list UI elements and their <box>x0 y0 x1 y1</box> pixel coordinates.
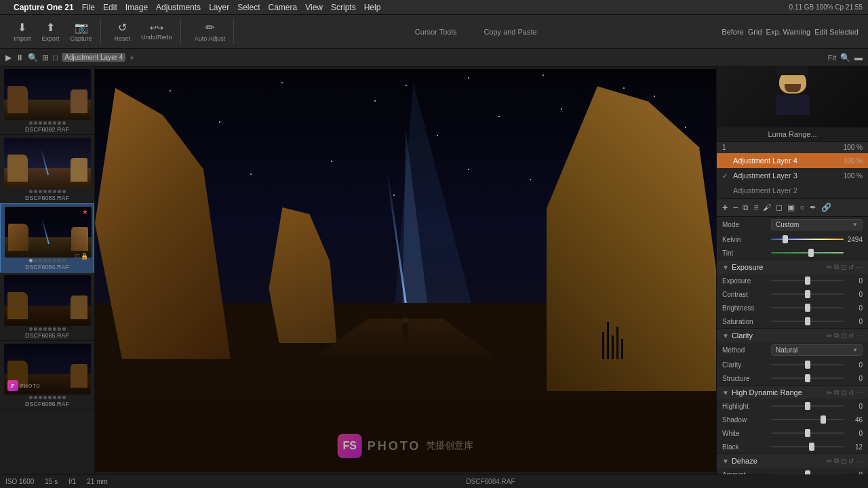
luma-range-bar[interactable]: Luma Range... <box>717 127 868 142</box>
copy-icon[interactable]: ⧉ <box>834 388 839 396</box>
white-slider[interactable] <box>771 428 844 438</box>
hdr-header[interactable]: ▼ High Dynamic Range ✏ ⧉ ⊡ ↺ ⋯ <box>717 386 868 399</box>
more-icon[interactable]: ⋯ <box>856 332 863 340</box>
exposure-header[interactable]: ▼ Exposure ✏ ⧉ ⊡ ↺ ⋯ <box>717 260 868 274</box>
shadow-thumb[interactable] <box>821 415 826 424</box>
menu-adjustments[interactable]: Adjustments <box>156 3 201 12</box>
grid-view-icon[interactable]: ⊞ <box>42 53 49 62</box>
tint-slider[interactable] <box>771 248 844 258</box>
highlight-thumb[interactable] <box>805 402 810 410</box>
paste-icon[interactable]: ⊡ <box>841 389 846 396</box>
contrast-slider[interactable] <box>771 289 844 299</box>
saturation-slider[interactable] <box>771 317 844 326</box>
paste-icon[interactable]: ⊡ <box>841 264 846 271</box>
clarity-slider[interactable] <box>771 360 844 369</box>
before-label[interactable]: Before <box>722 28 743 36</box>
reset-adj-icon[interactable]: ↺ <box>848 332 854 340</box>
thumbnail-item[interactable]: F PHOTO DSCF6086.RAF <box>0 341 94 409</box>
dehaze-header[interactable]: ▼ Dehaze ✏ ⧉ ⊡ ↺ ⋯ <box>717 454 868 468</box>
pen-edit-icon[interactable]: ✏ <box>827 389 832 396</box>
more-icon[interactable]: ⋯ <box>856 389 863 396</box>
black-thumb[interactable] <box>809 443 814 451</box>
white-thumb[interactable] <box>805 429 810 437</box>
menu-scripts[interactable]: Scripts <box>331 3 356 12</box>
method-dropdown[interactable]: Natural ▼ <box>771 344 863 356</box>
tint-thumb[interactable] <box>808 249 814 257</box>
add-icon[interactable]: + <box>130 54 134 62</box>
menu-help[interactable]: Help <box>364 3 381 12</box>
kelvin-thumb[interactable] <box>783 235 788 243</box>
add-layer-button[interactable]: + <box>721 201 729 214</box>
thumbnail-item[interactable]: DSCF6083.RAF <box>0 135 94 203</box>
erase-icon[interactable]: ◻ <box>774 201 784 214</box>
clarity-thumb[interactable] <box>805 361 810 369</box>
layer-settings-icon[interactable]: ≡ <box>752 201 760 214</box>
black-slider[interactable] <box>771 442 844 451</box>
contrast-thumb[interactable] <box>805 290 810 298</box>
link-icon[interactable]: 🔗 <box>820 201 833 214</box>
paste-icon[interactable]: ⊡ <box>841 332 846 340</box>
clarity-header[interactable]: ▼ Clarity ✏ ⧉ ⊡ ↺ ⋯ <box>717 329 868 342</box>
grid-label[interactable]: Grid <box>748 28 762 36</box>
play-icon[interactable]: ▶ <box>5 53 12 62</box>
copy-icon[interactable]: ⧉ <box>834 457 839 465</box>
undoredo-button[interactable]: ↩↪ Undo/Redo <box>137 21 176 43</box>
gradient-icon[interactable]: ▣ <box>786 201 796 214</box>
pen-edit-icon[interactable]: ✏ <box>827 264 832 271</box>
fit-label[interactable]: Fit <box>828 54 836 62</box>
thumbnail-item[interactable]: DSCF6082.RAF <box>0 66 94 135</box>
single-view-icon[interactable]: □ <box>53 53 58 62</box>
layer-copy-icon[interactable]: ⧉ <box>741 201 750 214</box>
reset-adj-icon[interactable]: ↺ <box>848 264 854 271</box>
paste-icon[interactable]: ⊡ <box>841 458 846 465</box>
more-icon[interactable]: ⋯ <box>856 458 863 465</box>
menu-edit[interactable]: Edit <box>103 3 117 12</box>
saturation-thumb[interactable] <box>805 317 810 325</box>
copy-icon[interactable]: ⧉ <box>834 263 839 271</box>
menu-image[interactable]: Image <box>125 3 148 12</box>
auto-adjust-button[interactable]: ✏ Auto Adjust <box>191 19 230 44</box>
export-button[interactable]: ⬆ Export <box>38 19 64 44</box>
histogram-icon[interactable]: ▬ <box>854 53 863 62</box>
mask-icon[interactable]: ○ <box>798 201 806 214</box>
pen-edit-icon[interactable]: ✏ <box>827 332 832 340</box>
menu-camera[interactable]: Camera <box>269 3 298 12</box>
mode-dropdown[interactable]: Custom ▼ <box>771 219 863 230</box>
exposure-thumb[interactable] <box>805 277 810 285</box>
brightness-slider[interactable] <box>771 303 844 312</box>
copy-icon[interactable]: ⧉ <box>834 331 839 340</box>
canvas-area[interactable]: FS PHOTO 梵摄创意库 <box>95 66 716 474</box>
menu-file[interactable]: File <box>82 3 95 12</box>
exposure-slider[interactable] <box>771 276 844 285</box>
kelvin-slider[interactable] <box>771 235 844 244</box>
pause-icon[interactable]: ⏸ <box>16 53 24 62</box>
thumbnail-item[interactable]: DSCF6085.RAF <box>0 272 94 341</box>
reset-adj-icon[interactable]: ↺ <box>848 389 854 396</box>
menu-select[interactable]: Select <box>237 3 260 12</box>
edit-selected-label[interactable]: Edit Selected <box>814 28 859 36</box>
capture-button[interactable]: 📷 Capture <box>66 19 96 44</box>
brush-icon[interactable]: 🖌 <box>762 201 772 214</box>
search-icon[interactable]: 🔍 <box>28 53 38 62</box>
thumbnail-item-selected[interactable]: ★ □ 🔒 DSCF6084.RAF <box>0 203 94 272</box>
layer-row[interactable]: ✓ Adjustment Layer 3 100 % <box>717 168 868 183</box>
shadow-slider[interactable] <box>771 415 844 424</box>
reset-button[interactable]: ↺ Reset <box>111 19 135 44</box>
layer-row-active[interactable]: Adjustment Layer 4 100 % <box>717 153 868 168</box>
brightness-thumb[interactable] <box>805 304 810 312</box>
remove-layer-button[interactable]: − <box>731 201 739 214</box>
structure-thumb[interactable] <box>805 374 810 382</box>
pen-icon[interactable]: ✒ <box>808 201 818 214</box>
import-button[interactable]: ⬇ Import <box>9 19 35 44</box>
loupe-icon[interactable]: 🔍 <box>840 53 850 62</box>
structure-slider[interactable] <box>771 373 844 383</box>
highlight-slider[interactable] <box>771 401 844 411</box>
more-icon[interactable]: ⋯ <box>856 264 863 271</box>
amount-slider[interactable] <box>771 470 844 474</box>
reset-adj-icon[interactable]: ↺ <box>848 458 854 465</box>
layer-row[interactable]: ✓ Adjustment Layer 2 <box>717 183 868 198</box>
menu-view[interactable]: View <box>305 3 323 12</box>
menu-layer[interactable]: Layer <box>209 3 229 12</box>
exp-warning-label[interactable]: Exp. Warning <box>766 28 811 36</box>
pen-edit-icon[interactable]: ✏ <box>827 458 832 465</box>
